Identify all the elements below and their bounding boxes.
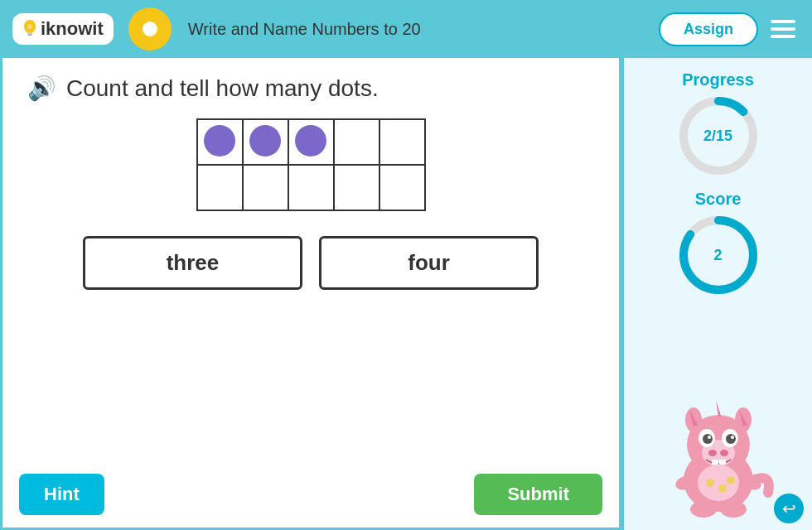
svg-point-17 (708, 436, 711, 439)
menu-line-1 (771, 20, 795, 23)
svg-point-26 (690, 501, 717, 518)
svg-point-15 (703, 434, 713, 444)
grid-cell-1-0 (197, 165, 243, 210)
svg-point-19 (708, 450, 717, 456)
grid-row-bottom (197, 165, 425, 210)
header-right: Assign (659, 12, 800, 46)
arrow-icon: ↩ (782, 499, 796, 518)
menu-line-3 (771, 35, 795, 38)
menu-button[interactable] (766, 16, 800, 42)
mascot-area (660, 317, 776, 518)
dot (295, 125, 326, 157)
score-ring-container: 2 (677, 214, 760, 296)
svg-point-16 (726, 434, 736, 444)
logo-area: iknowit Write and Name Numbers to 20 (12, 7, 421, 51)
bulb-icon (22, 20, 37, 38)
logo: iknowit (12, 13, 114, 45)
dot (204, 125, 235, 157)
progress-section: Progress 2/15 (677, 70, 760, 177)
dot-grid (27, 118, 594, 211)
logo-inner-dot (143, 22, 157, 36)
grid-table (196, 118, 426, 211)
mascot-icon (660, 385, 776, 518)
header: iknowit Write and Name Numbers to 20 Ass… (0, 0, 812, 58)
header-title: Write and Name Numbers to 20 (188, 20, 421, 39)
score-value: 2 (713, 247, 722, 264)
svg-marker-29 (716, 400, 721, 417)
menu-line-2 (771, 27, 795, 31)
assign-button[interactable]: Assign (659, 12, 758, 46)
score-section: Score 2 (677, 190, 760, 296)
grid-cell-1-4 (379, 165, 425, 210)
grid-cell-1-1 (243, 165, 288, 210)
bottom-bar: Hint Submit (19, 474, 602, 515)
svg-point-33 (727, 476, 735, 484)
svg-point-32 (718, 484, 727, 493)
logo-text: iknowit (41, 18, 104, 40)
grid-cell-0-2 (288, 119, 334, 165)
logo-circle (128, 7, 172, 51)
answer-three[interactable]: three (83, 236, 302, 290)
question-text: Count and tell how many dots. (66, 75, 379, 102)
grid-cell-0-3 (334, 119, 379, 165)
svg-rect-21 (712, 460, 718, 465)
submit-button[interactable]: Submit (474, 474, 602, 515)
score-label: Score (695, 190, 742, 209)
grid-cell-0-1 (243, 119, 288, 165)
answer-four[interactable]: four (319, 236, 539, 290)
grid-cell-1-2 (288, 165, 334, 210)
grid-cell-1-3 (334, 165, 379, 210)
grid-cell-0-4 (379, 119, 425, 165)
progress-ring-container: 2/15 (677, 94, 760, 177)
content-area: 🔊 Count and tell how many dots. (0, 58, 621, 530)
svg-point-20 (720, 450, 728, 456)
hint-button[interactable]: Hint (19, 474, 104, 515)
svg-point-31 (706, 479, 714, 487)
grid-row-top (197, 119, 425, 165)
svg-point-18 (731, 436, 734, 439)
dot (249, 125, 281, 157)
svg-point-27 (720, 501, 747, 518)
svg-rect-2 (28, 35, 32, 36)
progress-label: Progress (682, 70, 754, 89)
sidebar: Progress 2/15 Score 2 (621, 58, 812, 530)
sound-icon[interactable]: 🔊 (27, 75, 56, 102)
main-area: 🔊 Count and tell how many dots. (0, 58, 812, 530)
progress-text: 2/15 (703, 128, 732, 145)
answer-row: three four (27, 236, 594, 290)
question-row: 🔊 Count and tell how many dots. (27, 75, 594, 102)
svg-point-3 (27, 24, 32, 29)
svg-rect-22 (719, 460, 726, 465)
nav-arrow-button[interactable]: ↩ (774, 494, 804, 523)
grid-cell-0-0 (197, 119, 243, 165)
